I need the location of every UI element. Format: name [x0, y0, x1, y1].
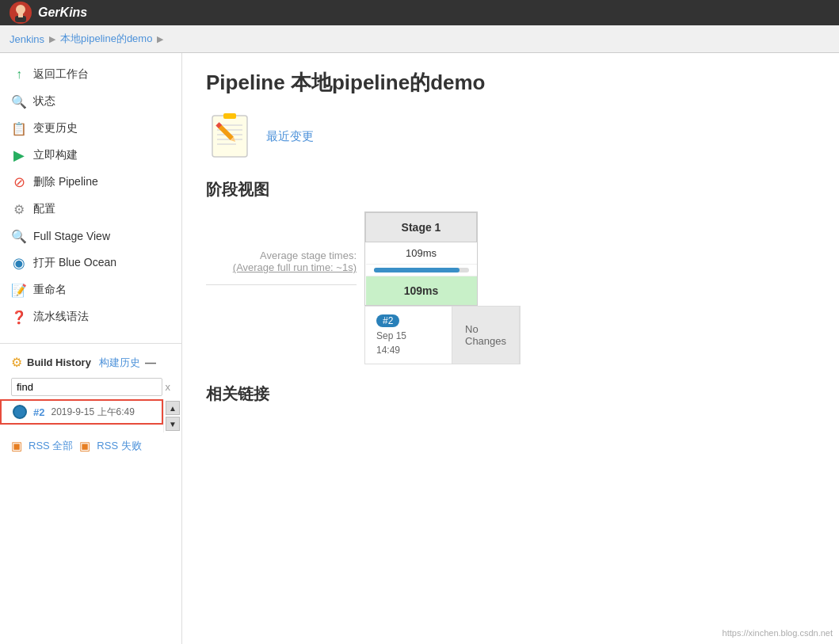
related-links-title: 相关链接	[206, 383, 815, 405]
avg-times-label: Average stage times: (Average full run t…	[206, 245, 357, 278]
page-title: Pipeline 本地pipeline的demo	[206, 69, 815, 97]
build-row-area: #2 Sep 15 14:49 NoChanges	[364, 306, 521, 364]
breadcrumb-jenkins[interactable]: Jenkins	[10, 33, 44, 45]
build-date-text: Sep 15	[376, 330, 440, 341]
main-layout: ↑ 返回工作台 🔍 状态 📋 变更历史 ▶ 立即构建 ⊘ 删除 Pipeline…	[0, 53, 839, 644]
stage-header-row: Stage 1	[366, 213, 477, 242]
breadcrumb-sep-1: ▶	[49, 34, 55, 44]
rss-row: ▣ RSS 全部 ▣ RSS 失败	[0, 433, 181, 459]
content-area: Pipeline 本地pipeline的demo	[182, 53, 839, 644]
build-history-title: Build History	[27, 356, 91, 368]
sidebar-label-delete: 删除 Pipeline	[33, 175, 98, 189]
build-time-text: 14:49	[376, 345, 440, 356]
sidebar-item-configure[interactable]: ⚙ 配置	[0, 196, 181, 223]
sidebar-label-blue-ocean: 打开 Blue Ocean	[33, 256, 116, 270]
ocean-icon: ◉	[11, 255, 27, 271]
stage-build-cell: 109ms	[366, 276, 477, 306]
sidebar-label-status: 状态	[33, 94, 55, 109]
build-history-section: ⚙ Build History 构建历史 — x #2 2019-9-15 上午…	[0, 343, 181, 459]
gear-icon: ⚙	[11, 201, 27, 217]
build-history-gear-icon: ⚙	[11, 355, 22, 370]
stage-icon: 🔍	[11, 228, 27, 244]
search-clear-icon[interactable]: x	[166, 381, 171, 393]
sidebar-item-pipeline-syntax[interactable]: ❓ 流水线语法	[0, 303, 181, 330]
stage1-avg-time: 109ms	[366, 242, 477, 265]
rename-icon: 📝	[11, 282, 27, 298]
breadcrumb: Jenkins ▶ 本地pipeline的demo ▶	[0, 25, 839, 53]
stage1-header-cell: Stage 1	[366, 213, 477, 242]
scroll-down-button[interactable]: ▼	[166, 417, 180, 431]
stage-view-section: 阶段视图 Average stage times: (Average full …	[206, 179, 815, 364]
no-changes-text: NoChanges	[465, 323, 506, 347]
build-num-badge[interactable]: #2	[376, 314, 399, 327]
help-icon: ❓	[11, 309, 27, 325]
magnifier-icon-status: 🔍	[11, 93, 27, 109]
search-input[interactable]	[11, 378, 162, 396]
watermark: https://xinchen.blog.csdn.net	[723, 628, 833, 638]
progress-bar-outer	[374, 268, 469, 272]
rss-fail-link[interactable]: RSS 失败	[97, 439, 141, 453]
arrow-up-icon: ↑	[11, 67, 27, 82]
sidebar-label-pipeline-syntax: 流水线语法	[33, 310, 89, 324]
sidebar: ↑ 返回工作台 🔍 状态 📋 变更历史 ▶ 立即构建 ⊘ 删除 Pipeline…	[0, 53, 182, 644]
search-row: x	[0, 375, 181, 399]
stage-view-wrapper: Average stage times: (Average full run t…	[206, 211, 815, 306]
stage-progress-row	[366, 265, 477, 276]
sidebar-label-return: 返回工作台	[33, 67, 89, 82]
sidebar-label-full-stage: Full Stage View	[33, 230, 110, 242]
jenkins-avatar-icon	[10, 2, 32, 24]
rss-all-link[interactable]: RSS 全部	[29, 439, 73, 453]
build-list-col: #2 2019-9-15 上午6:49	[0, 399, 163, 433]
header-title: GerKins	[38, 6, 87, 20]
build-info-cell: #2 Sep 15 14:49	[365, 307, 452, 364]
build-history-header: ⚙ Build History 构建历史 —	[0, 350, 181, 375]
build-list-with-scroll: #2 2019-9-15 上午6:49 ▲ ▼	[0, 399, 181, 433]
sidebar-item-full-stage-view[interactable]: 🔍 Full Stage View	[0, 223, 181, 250]
stage-table-container: Stage 1 109ms	[364, 211, 478, 306]
stage-left-info: Average stage times: (Average full run t…	[206, 211, 364, 306]
jenkins-logo	[10, 2, 32, 24]
no-changes-cell: NoChanges	[452, 307, 520, 364]
header: GerKins	[0, 0, 839, 25]
sidebar-item-return-workbench[interactable]: ↑ 返回工作台	[0, 61, 181, 88]
stage-avg-time-row: 109ms	[366, 242, 477, 265]
stage-table: Stage 1 109ms	[365, 212, 477, 305]
sidebar-item-delete-pipeline[interactable]: ⊘ 删除 Pipeline	[0, 169, 181, 196]
stage-build-row: 109ms	[366, 276, 477, 306]
rss-fail-icon: ▣	[79, 439, 90, 453]
notebook-svg-icon	[206, 112, 254, 160]
recent-changes-link[interactable]: 最近变更	[266, 129, 314, 144]
recent-changes-section: 最近变更	[206, 112, 815, 160]
svg-rect-10	[223, 113, 236, 119]
sidebar-label-configure: 配置	[33, 202, 55, 216]
table-row[interactable]: #2 2019-9-15 上午6:49	[0, 399, 163, 425]
sidebar-item-change-history[interactable]: 📋 变更历史	[0, 115, 181, 142]
sidebar-item-blue-ocean[interactable]: ◉ 打开 Blue Ocean	[0, 250, 181, 276]
svg-rect-3	[18, 13, 23, 17]
sidebar-label-rename: 重命名	[33, 283, 67, 297]
list-icon: 📋	[11, 120, 27, 136]
notebook-icon	[206, 112, 254, 160]
sidebar-label-build-now: 立即构建	[33, 148, 78, 162]
sidebar-item-rename[interactable]: 📝 重命名	[0, 276, 181, 303]
build-icon: ▶	[11, 147, 27, 163]
scroll-controls: ▲ ▼	[163, 399, 181, 433]
build-number-link[interactable]: #2	[33, 406, 44, 418]
build-status-icon	[13, 405, 27, 419]
svg-point-1	[16, 5, 25, 14]
build-history-minus: —	[145, 356, 156, 369]
progress-bar-inner	[374, 268, 460, 272]
stage1-progress-cell	[366, 265, 477, 276]
delete-icon: ⊘	[11, 174, 27, 190]
breadcrumb-sep-2: ▶	[157, 34, 163, 44]
logo-area: GerKins	[10, 2, 87, 24]
stage1-result-time: 109ms	[366, 276, 477, 305]
rss-all-icon: ▣	[11, 439, 22, 453]
build-date: 2019-9-15 上午6:49	[51, 406, 134, 419]
build-history-link[interactable]: 构建历史	[99, 356, 140, 370]
sidebar-label-change-history: 变更历史	[33, 121, 78, 135]
scroll-up-button[interactable]: ▲	[166, 401, 180, 415]
sidebar-item-build-now[interactable]: ▶ 立即构建	[0, 142, 181, 169]
sidebar-item-status[interactable]: 🔍 状态	[0, 88, 181, 115]
breadcrumb-pipeline[interactable]: 本地pipeline的demo	[60, 32, 152, 46]
